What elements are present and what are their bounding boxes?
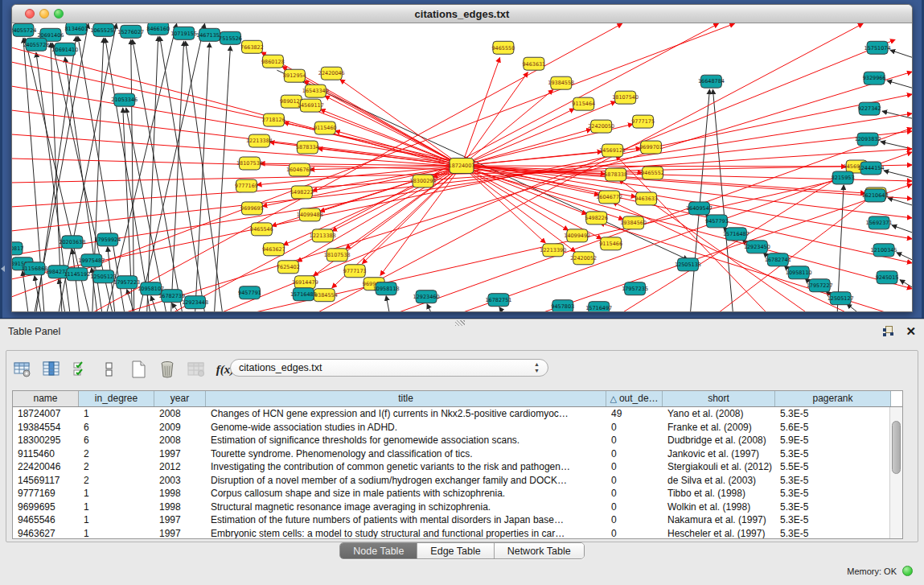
cell-year[interactable]: 2009 (154, 421, 206, 435)
cell-indegree[interactable]: 6 (79, 434, 154, 447)
table-row[interactable]: 1938455462009Genome-wide association stu… (13, 421, 889, 435)
cell-year[interactable]: 2003 (154, 474, 206, 488)
table-selector-dropdown[interactable]: citations_edges.txt ▲▼ (230, 359, 548, 377)
network-window-titlebar[interactable]: citations_edges.txt (12, 5, 912, 23)
cell-outde[interactable]: 0 (606, 513, 663, 527)
column-header-outde[interactable]: △out_de… (606, 391, 663, 406)
float-window-icon[interactable] (883, 326, 894, 336)
cell-outde[interactable]: 49 (606, 407, 663, 421)
cell-indegree[interactable]: 2 (79, 460, 154, 474)
cell-year[interactable]: 2012 (154, 460, 206, 474)
cell-outde[interactable]: 0 (606, 434, 663, 447)
cell-year[interactable]: 2008 (154, 407, 206, 421)
clear-rows-icon[interactable] (100, 360, 119, 379)
cell-name[interactable]: 14569117 (13, 474, 79, 488)
cell-year[interactable]: 1998 (154, 501, 206, 514)
cell-title[interactable]: Tourette syndrome. Phenomenology and cla… (206, 447, 606, 461)
cell-pagerank[interactable]: 5.3E-5 (775, 487, 891, 501)
cell-name[interactable]: 18300295 (13, 434, 79, 447)
cell-title[interactable]: Disruption of a novel member of a sodium… (206, 474, 606, 488)
cell-pagerank[interactable]: 5.3E-5 (775, 407, 891, 421)
table-row[interactable]: 946362711997Embryonic stem cells: a mode… (13, 527, 889, 540)
cell-pagerank[interactable]: 5.6E-5 (775, 421, 891, 435)
column-header-year[interactable]: year (154, 391, 206, 406)
table-row[interactable]: 1830029562008Estimation of significance … (13, 434, 889, 447)
cell-pagerank[interactable]: 5.3E-5 (775, 474, 891, 488)
column-header-pagerank[interactable]: pagerank (775, 391, 891, 406)
cell-title[interactable]: Embryonic stem cells: a model to study s… (206, 527, 606, 540)
delete-table-icon[interactable] (158, 360, 177, 379)
cell-title[interactable]: Genome-wide association studies in ADHD. (206, 421, 606, 435)
cell-outde[interactable]: 0 (606, 501, 663, 514)
select-columns-icon[interactable] (42, 360, 61, 379)
scrollbar-thumb[interactable] (892, 421, 901, 474)
tab-network-table[interactable]: Network Table (495, 543, 584, 558)
tab-node-table[interactable]: Node Table (340, 543, 417, 558)
cell-pagerank[interactable]: 5.5E-5 (775, 460, 891, 474)
cell-short[interactable]: Dudbridge et al. (2008) (663, 434, 775, 447)
network-window[interactable]: citations_edges.txt 18724007183002957663… (11, 4, 913, 312)
vertical-scrollbar[interactable] (889, 407, 902, 538)
cell-pagerank[interactable]: 5.9E-5 (775, 434, 891, 447)
cell-name[interactable]: 18724007 (13, 407, 79, 421)
cell-outde[interactable]: 0 (606, 421, 663, 435)
cell-short[interactable]: Tibbo et al. (1998) (663, 487, 775, 501)
cell-short[interactable]: Hescheler et al. (1997) (663, 527, 775, 540)
cell-name[interactable]: 22420046 (13, 460, 79, 474)
cell-title[interactable]: Investigating the contribution of common… (206, 460, 606, 474)
close-panel-icon[interactable]: ✕ (906, 326, 916, 336)
column-header-name[interactable]: name (13, 391, 79, 406)
cell-indegree[interactable]: 6 (79, 421, 154, 435)
cell-year[interactable]: 1997 (154, 513, 206, 527)
cell-short[interactable]: de Silva et al. (2003) (663, 474, 775, 488)
cell-name[interactable]: 19384554 (13, 421, 79, 435)
cell-outde[interactable]: 0 (606, 527, 663, 540)
cell-year[interactable]: 1998 (154, 487, 206, 501)
column-header-indegree[interactable]: in_degree (79, 391, 154, 406)
panel-collapse-arrow-icon[interactable] (1, 266, 5, 272)
cell-year[interactable]: 1997 (154, 447, 206, 461)
cell-indegree[interactable]: 1 (79, 527, 154, 540)
cell-name[interactable]: 9115460 (13, 447, 79, 461)
cell-indegree[interactable]: 1 (79, 407, 154, 421)
cell-outde[interactable]: 0 (606, 447, 663, 461)
cell-title[interactable]: Estimation of significance thresholds fo… (206, 434, 606, 447)
table-row[interactable]: 969969511998Structural magnetic resonanc… (13, 501, 889, 514)
create-table-icon[interactable] (129, 360, 148, 379)
cell-pagerank[interactable]: 5.3E-5 (775, 501, 891, 514)
cell-short[interactable]: Yano et al. (2008) (663, 407, 775, 421)
table-row[interactable]: 2242004622012Investigating the contribut… (13, 460, 889, 474)
cell-short[interactable]: Nakamura et al. (1997) (663, 513, 775, 527)
cell-title[interactable]: Structural magnetic resonance image aver… (206, 501, 606, 514)
splitter-grip[interactable] (455, 320, 465, 326)
cell-name[interactable]: 9699695 (13, 501, 79, 514)
cell-pagerank[interactable]: 5.3E-5 (775, 447, 891, 461)
cell-year[interactable]: 2008 (154, 434, 206, 447)
cell-indegree[interactable]: 2 (79, 474, 154, 488)
cell-title[interactable]: Changes of HCN gene expression and I(f) … (206, 407, 606, 421)
table-row[interactable]: 1456911722003Disruption of a novel membe… (13, 474, 889, 488)
cell-indegree[interactable]: 1 (79, 501, 154, 514)
table-row[interactable]: 977716911998Corpus callosum shape and si… (13, 487, 889, 501)
cell-title[interactable]: Estimation of the future numbers of pati… (206, 513, 606, 527)
cell-pagerank[interactable]: 5.3E-5 (775, 513, 891, 527)
column-header-title[interactable]: title (206, 391, 606, 406)
cell-indegree[interactable]: 1 (79, 487, 154, 501)
table-settings-icon[interactable] (13, 360, 32, 379)
network-view[interactable]: 1872400718300295766382298601288912954165… (12, 23, 912, 312)
table-row[interactable]: 1872400712008Changes of HCN gene express… (13, 407, 889, 421)
cell-name[interactable]: 9777169 (13, 487, 79, 501)
cell-outde[interactable]: 0 (606, 487, 663, 501)
function-checks-icon[interactable] (71, 360, 90, 379)
cell-short[interactable]: Wolkin et al. (1998) (663, 501, 775, 514)
cell-year[interactable]: 1997 (154, 527, 206, 540)
cell-pagerank[interactable]: 5.3E-5 (775, 527, 891, 540)
cell-short[interactable]: Franke et al. (2009) (663, 421, 775, 435)
table-row[interactable]: 911546021997Tourette syndrome. Phenomeno… (13, 447, 889, 461)
cell-indegree[interactable]: 2 (79, 447, 154, 461)
cell-outde[interactable]: 0 (606, 474, 663, 488)
cell-name[interactable]: 9465546 (13, 513, 79, 527)
tab-edge-table[interactable]: Edge Table (417, 543, 494, 558)
column-header-short[interactable]: short (663, 391, 775, 406)
cell-indegree[interactable]: 1 (79, 513, 154, 527)
